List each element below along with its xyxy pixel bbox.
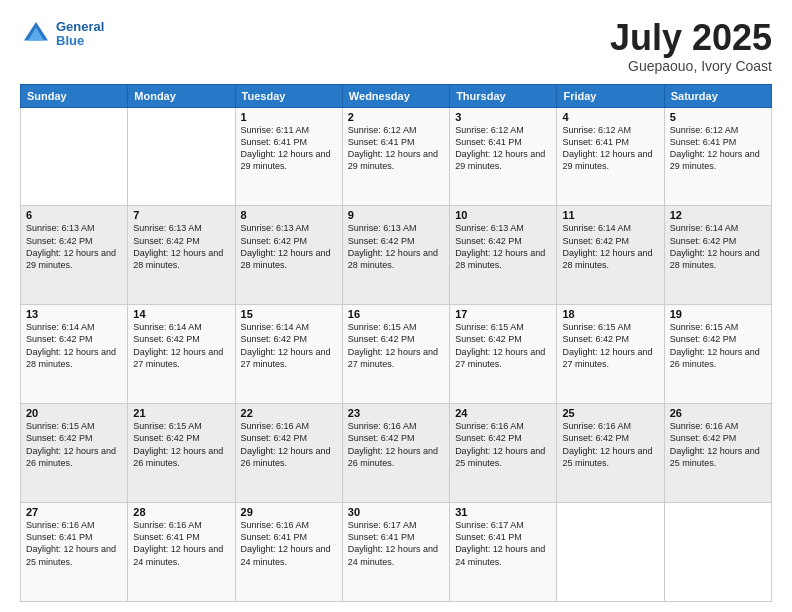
calendar-cell: 24Sunrise: 6:16 AM Sunset: 6:42 PM Dayli… bbox=[450, 404, 557, 503]
day-info: Sunrise: 6:16 AM Sunset: 6:41 PM Dayligh… bbox=[26, 519, 122, 568]
calendar-cell bbox=[664, 503, 771, 602]
calendar-cell: 11Sunrise: 6:14 AM Sunset: 6:42 PM Dayli… bbox=[557, 206, 664, 305]
calendar-cell bbox=[128, 107, 235, 206]
day-number: 13 bbox=[26, 308, 122, 320]
calendar-cell: 4Sunrise: 6:12 AM Sunset: 6:41 PM Daylig… bbox=[557, 107, 664, 206]
day-info: Sunrise: 6:16 AM Sunset: 6:42 PM Dayligh… bbox=[562, 420, 658, 469]
day-number: 20 bbox=[26, 407, 122, 419]
calendar-cell: 28Sunrise: 6:16 AM Sunset: 6:41 PM Dayli… bbox=[128, 503, 235, 602]
calendar-cell: 10Sunrise: 6:13 AM Sunset: 6:42 PM Dayli… bbox=[450, 206, 557, 305]
day-info: Sunrise: 6:17 AM Sunset: 6:41 PM Dayligh… bbox=[348, 519, 444, 568]
day-number: 2 bbox=[348, 111, 444, 123]
day-info: Sunrise: 6:14 AM Sunset: 6:42 PM Dayligh… bbox=[241, 321, 337, 370]
calendar-cell: 12Sunrise: 6:14 AM Sunset: 6:42 PM Dayli… bbox=[664, 206, 771, 305]
calendar-cell: 1Sunrise: 6:11 AM Sunset: 6:41 PM Daylig… bbox=[235, 107, 342, 206]
day-number: 27 bbox=[26, 506, 122, 518]
calendar-cell: 18Sunrise: 6:15 AM Sunset: 6:42 PM Dayli… bbox=[557, 305, 664, 404]
calendar-cell: 16Sunrise: 6:15 AM Sunset: 6:42 PM Dayli… bbox=[342, 305, 449, 404]
calendar-cell: 27Sunrise: 6:16 AM Sunset: 6:41 PM Dayli… bbox=[21, 503, 128, 602]
day-number: 17 bbox=[455, 308, 551, 320]
day-info: Sunrise: 6:12 AM Sunset: 6:41 PM Dayligh… bbox=[670, 124, 766, 173]
calendar-cell: 13Sunrise: 6:14 AM Sunset: 6:42 PM Dayli… bbox=[21, 305, 128, 404]
day-info: Sunrise: 6:15 AM Sunset: 6:42 PM Dayligh… bbox=[133, 420, 229, 469]
calendar-week-3: 13Sunrise: 6:14 AM Sunset: 6:42 PM Dayli… bbox=[21, 305, 772, 404]
calendar-cell: 6Sunrise: 6:13 AM Sunset: 6:42 PM Daylig… bbox=[21, 206, 128, 305]
day-number: 4 bbox=[562, 111, 658, 123]
calendar-cell: 14Sunrise: 6:14 AM Sunset: 6:42 PM Dayli… bbox=[128, 305, 235, 404]
calendar-table: SundayMondayTuesdayWednesdayThursdayFrid… bbox=[20, 84, 772, 602]
calendar-cell: 20Sunrise: 6:15 AM Sunset: 6:42 PM Dayli… bbox=[21, 404, 128, 503]
calendar-cell bbox=[21, 107, 128, 206]
day-number: 10 bbox=[455, 209, 551, 221]
day-info: Sunrise: 6:16 AM Sunset: 6:41 PM Dayligh… bbox=[241, 519, 337, 568]
day-number: 16 bbox=[348, 308, 444, 320]
day-number: 29 bbox=[241, 506, 337, 518]
day-info: Sunrise: 6:11 AM Sunset: 6:41 PM Dayligh… bbox=[241, 124, 337, 173]
calendar-cell: 26Sunrise: 6:16 AM Sunset: 6:42 PM Dayli… bbox=[664, 404, 771, 503]
day-info: Sunrise: 6:13 AM Sunset: 6:42 PM Dayligh… bbox=[348, 222, 444, 271]
calendar-cell: 25Sunrise: 6:16 AM Sunset: 6:42 PM Dayli… bbox=[557, 404, 664, 503]
day-info: Sunrise: 6:12 AM Sunset: 6:41 PM Dayligh… bbox=[562, 124, 658, 173]
logo-blue: Blue bbox=[56, 33, 84, 48]
day-info: Sunrise: 6:13 AM Sunset: 6:42 PM Dayligh… bbox=[455, 222, 551, 271]
calendar-header-wednesday: Wednesday bbox=[342, 84, 449, 107]
calendar-cell: 21Sunrise: 6:15 AM Sunset: 6:42 PM Dayli… bbox=[128, 404, 235, 503]
day-info: Sunrise: 6:15 AM Sunset: 6:42 PM Dayligh… bbox=[670, 321, 766, 370]
day-number: 7 bbox=[133, 209, 229, 221]
logo-text: General Blue bbox=[56, 20, 104, 49]
day-info: Sunrise: 6:15 AM Sunset: 6:42 PM Dayligh… bbox=[562, 321, 658, 370]
day-number: 24 bbox=[455, 407, 551, 419]
calendar-week-2: 6Sunrise: 6:13 AM Sunset: 6:42 PM Daylig… bbox=[21, 206, 772, 305]
day-info: Sunrise: 6:12 AM Sunset: 6:41 PM Dayligh… bbox=[455, 124, 551, 173]
calendar-cell: 7Sunrise: 6:13 AM Sunset: 6:42 PM Daylig… bbox=[128, 206, 235, 305]
calendar-cell bbox=[557, 503, 664, 602]
calendar-cell: 31Sunrise: 6:17 AM Sunset: 6:41 PM Dayli… bbox=[450, 503, 557, 602]
day-info: Sunrise: 6:13 AM Sunset: 6:42 PM Dayligh… bbox=[133, 222, 229, 271]
day-info: Sunrise: 6:13 AM Sunset: 6:42 PM Dayligh… bbox=[241, 222, 337, 271]
calendar-cell: 30Sunrise: 6:17 AM Sunset: 6:41 PM Dayli… bbox=[342, 503, 449, 602]
day-number: 28 bbox=[133, 506, 229, 518]
day-number: 8 bbox=[241, 209, 337, 221]
calendar-week-4: 20Sunrise: 6:15 AM Sunset: 6:42 PM Dayli… bbox=[21, 404, 772, 503]
day-info: Sunrise: 6:14 AM Sunset: 6:42 PM Dayligh… bbox=[562, 222, 658, 271]
day-number: 6 bbox=[26, 209, 122, 221]
day-number: 26 bbox=[670, 407, 766, 419]
calendar-cell: 9Sunrise: 6:13 AM Sunset: 6:42 PM Daylig… bbox=[342, 206, 449, 305]
day-number: 23 bbox=[348, 407, 444, 419]
day-number: 12 bbox=[670, 209, 766, 221]
day-info: Sunrise: 6:14 AM Sunset: 6:42 PM Dayligh… bbox=[26, 321, 122, 370]
calendar-week-5: 27Sunrise: 6:16 AM Sunset: 6:41 PM Dayli… bbox=[21, 503, 772, 602]
calendar-header-tuesday: Tuesday bbox=[235, 84, 342, 107]
title-area: July 2025 Guepaouo, Ivory Coast bbox=[610, 18, 772, 74]
day-number: 19 bbox=[670, 308, 766, 320]
day-info: Sunrise: 6:16 AM Sunset: 6:42 PM Dayligh… bbox=[348, 420, 444, 469]
calendar-cell: 5Sunrise: 6:12 AM Sunset: 6:41 PM Daylig… bbox=[664, 107, 771, 206]
main-title: July 2025 bbox=[610, 18, 772, 58]
page: General Blue July 2025 Guepaouo, Ivory C… bbox=[0, 0, 792, 612]
calendar-cell: 29Sunrise: 6:16 AM Sunset: 6:41 PM Dayli… bbox=[235, 503, 342, 602]
day-number: 25 bbox=[562, 407, 658, 419]
day-info: Sunrise: 6:16 AM Sunset: 6:42 PM Dayligh… bbox=[241, 420, 337, 469]
day-number: 18 bbox=[562, 308, 658, 320]
day-number: 9 bbox=[348, 209, 444, 221]
day-number: 15 bbox=[241, 308, 337, 320]
day-info: Sunrise: 6:16 AM Sunset: 6:42 PM Dayligh… bbox=[670, 420, 766, 469]
calendar-cell: 15Sunrise: 6:14 AM Sunset: 6:42 PM Dayli… bbox=[235, 305, 342, 404]
day-number: 30 bbox=[348, 506, 444, 518]
day-number: 22 bbox=[241, 407, 337, 419]
calendar-header-thursday: Thursday bbox=[450, 84, 557, 107]
day-info: Sunrise: 6:16 AM Sunset: 6:42 PM Dayligh… bbox=[455, 420, 551, 469]
calendar-cell: 8Sunrise: 6:13 AM Sunset: 6:42 PM Daylig… bbox=[235, 206, 342, 305]
day-info: Sunrise: 6:16 AM Sunset: 6:41 PM Dayligh… bbox=[133, 519, 229, 568]
calendar-header-friday: Friday bbox=[557, 84, 664, 107]
day-number: 14 bbox=[133, 308, 229, 320]
logo: General Blue bbox=[20, 18, 104, 50]
day-info: Sunrise: 6:17 AM Sunset: 6:41 PM Dayligh… bbox=[455, 519, 551, 568]
header: General Blue July 2025 Guepaouo, Ivory C… bbox=[20, 18, 772, 74]
day-number: 31 bbox=[455, 506, 551, 518]
day-info: Sunrise: 6:14 AM Sunset: 6:42 PM Dayligh… bbox=[670, 222, 766, 271]
calendar-cell: 19Sunrise: 6:15 AM Sunset: 6:42 PM Dayli… bbox=[664, 305, 771, 404]
calendar-header-row: SundayMondayTuesdayWednesdayThursdayFrid… bbox=[21, 84, 772, 107]
calendar-cell: 2Sunrise: 6:12 AM Sunset: 6:41 PM Daylig… bbox=[342, 107, 449, 206]
day-number: 11 bbox=[562, 209, 658, 221]
